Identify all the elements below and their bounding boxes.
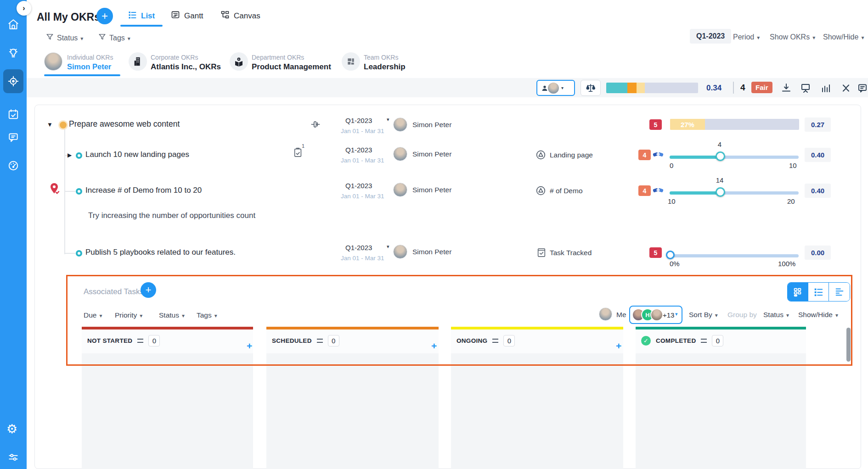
slider-min: 0% xyxy=(670,260,680,268)
sidebar-expand-button[interactable]: › xyxy=(17,1,31,16)
kr-slider[interactable] xyxy=(670,156,799,159)
kr-bullet xyxy=(76,152,82,159)
tab-list[interactable]: List xyxy=(128,10,155,22)
kr-title[interactable]: Increase # of Demo from 10 to 20 xyxy=(85,186,202,195)
okr-score: 0.27 xyxy=(805,117,831,132)
chat-icon[interactable] xyxy=(7,131,19,143)
period-menu[interactable]: Period xyxy=(733,33,760,41)
insights-bulb-icon[interactable] xyxy=(7,47,19,59)
category-individual-okrs[interactable]: Simon Peter xyxy=(67,62,111,71)
okr-score: 0.40 xyxy=(805,148,831,162)
okr-period[interactable]: Q1-2023 xyxy=(345,146,372,154)
chevron-down-icon[interactable]: ▾ xyxy=(387,117,389,123)
tab-gantt[interactable]: Gantt xyxy=(171,10,203,22)
checkin-due-pin-icon[interactable] xyxy=(50,183,61,198)
okr-period[interactable]: Q1-2023 xyxy=(345,182,372,190)
alignment-icon[interactable] xyxy=(310,119,321,131)
objective-title[interactable]: Prepare awesome web content xyxy=(69,119,180,129)
checkin-count-badge[interactable]: 5 xyxy=(649,247,662,258)
list-view-button[interactable] xyxy=(808,283,829,301)
column-label: SCHEDULED xyxy=(272,337,312,344)
building-icon[interactable] xyxy=(129,52,147,71)
kanban-scrollbar[interactable] xyxy=(846,328,851,362)
close-x-icon[interactable] xyxy=(840,83,851,94)
slider-handle[interactable] xyxy=(666,251,675,259)
kpi-label: Landing page xyxy=(550,151,593,159)
task-clipboard-icon[interactable] xyxy=(293,147,303,160)
category-department-okrs[interactable]: Product Management xyxy=(252,62,331,72)
okr-period[interactable]: Q1-2023 xyxy=(345,117,372,124)
alignment-scale-button[interactable] xyxy=(581,80,601,96)
avatar[interactable] xyxy=(599,307,612,321)
tasks-calendar-icon[interactable] xyxy=(7,108,19,120)
kr-title[interactable]: Publish 5 playbooks related to our featu… xyxy=(85,248,236,257)
column-filter-icon[interactable] xyxy=(701,339,707,343)
active-category-underline xyxy=(44,74,120,76)
completed-check-icon: ✓ xyxy=(641,336,651,346)
column-label: NOT STARTED xyxy=(87,337,132,344)
task-view-toggle xyxy=(787,282,850,302)
handshake-icon[interactable] xyxy=(652,149,664,161)
status-filter[interactable]: Status xyxy=(159,311,185,319)
status-filter[interactable]: Status xyxy=(46,33,83,43)
status-menu[interactable]: Status xyxy=(763,311,789,319)
expand-caret[interactable]: ▶ xyxy=(68,152,72,158)
owner-filter-select[interactable]: ▾ xyxy=(536,80,575,96)
avatar xyxy=(393,245,407,259)
me-filter[interactable]: Me xyxy=(616,311,626,319)
avatar[interactable] xyxy=(44,52,62,71)
show-okrs-menu[interactable]: Show OKRs xyxy=(770,33,815,41)
okr-period[interactable]: Q1-2023 xyxy=(345,244,372,251)
bar-chart-icon[interactable] xyxy=(820,83,831,94)
kr-slider[interactable] xyxy=(670,254,799,257)
checkin-count-badge[interactable]: 5 xyxy=(649,119,662,130)
column-filter-icon[interactable] xyxy=(317,339,323,343)
add-card-button[interactable]: + xyxy=(247,341,252,352)
kr-slider[interactable] xyxy=(670,191,799,195)
handshake-icon[interactable] xyxy=(652,185,664,197)
preferences-sliders-icon[interactable] xyxy=(7,452,19,463)
period-chip[interactable]: Q1-2023 xyxy=(690,29,731,44)
column-filter-icon[interactable] xyxy=(137,339,143,343)
column-count: 0 xyxy=(712,335,723,346)
category-type: Corporate OKRs xyxy=(151,54,198,61)
show-hide-menu[interactable]: Show/Hide xyxy=(823,33,864,41)
collapse-caret[interactable]: ▼ xyxy=(47,121,53,128)
column-filter-icon[interactable] xyxy=(492,339,498,343)
product-box-icon[interactable] xyxy=(230,52,248,71)
slider-handle[interactable] xyxy=(716,187,725,197)
sort-by-menu[interactable]: Sort By xyxy=(689,311,718,319)
dashboard-gauge-icon[interactable] xyxy=(7,160,19,172)
summary-view-button[interactable] xyxy=(829,283,850,301)
kr-title[interactable]: Launch 10 new landing pages xyxy=(85,150,189,159)
okrs-target-icon[interactable] xyxy=(7,75,19,87)
tags-filter[interactable]: Tags xyxy=(197,311,217,319)
team-grid-icon[interactable] xyxy=(342,52,360,71)
add-okr-button[interactable]: + xyxy=(96,8,113,24)
group-by-menu[interactable]: Group by xyxy=(727,311,757,319)
show-hide-menu[interactable]: Show/Hide xyxy=(798,311,838,319)
category-team-okrs[interactable]: Leadership xyxy=(364,62,406,72)
due-filter[interactable]: Due xyxy=(84,311,102,319)
settings-gear-icon[interactable]: ⚙ xyxy=(6,423,17,436)
add-task-button[interactable]: + xyxy=(141,282,156,298)
add-card-button[interactable]: + xyxy=(616,341,621,352)
tab-list-label: List xyxy=(141,11,155,21)
category-corporate-okrs[interactable]: Atlantis Inc., OKRs xyxy=(151,62,221,72)
tab-canvas[interactable]: Canvas xyxy=(220,10,260,22)
notes-icon[interactable] xyxy=(857,83,868,94)
kanban-view-button[interactable] xyxy=(788,283,808,301)
download-icon[interactable] xyxy=(781,83,792,94)
page-title: All My OKRs xyxy=(37,11,100,23)
add-card-button[interactable]: + xyxy=(431,341,437,352)
chevron-down-icon[interactable]: ▾ xyxy=(387,244,389,250)
home-icon[interactable] xyxy=(7,18,19,30)
checkin-count-badge[interactable]: 4 xyxy=(638,150,651,160)
slider-handle[interactable] xyxy=(716,151,725,161)
priority-filter[interactable]: Priority xyxy=(115,311,142,319)
column-body xyxy=(451,353,623,469)
presentation-icon[interactable] xyxy=(800,83,811,94)
slider-max: 100% xyxy=(778,260,795,268)
checkin-count-badge[interactable]: 4 xyxy=(638,185,651,196)
tags-filter[interactable]: Tags xyxy=(98,33,130,43)
